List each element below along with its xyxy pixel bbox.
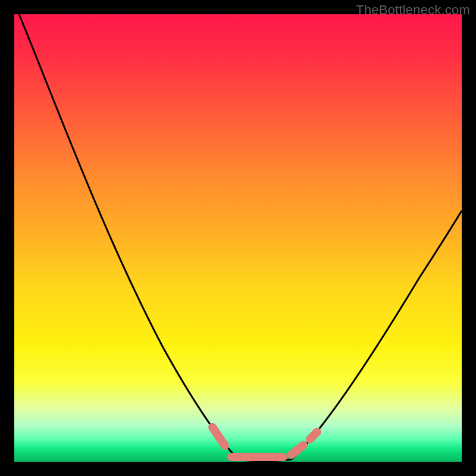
annotation-left-marker — [212, 427, 225, 446]
curve-right-ascent — [292, 211, 462, 459]
watermark-text: TheBottleneck.com — [356, 2, 470, 18]
annotation-right-marker-2 — [310, 432, 317, 439]
annotation-right-marker-1 — [292, 445, 303, 455]
chart-svg — [14, 14, 462, 462]
chart-frame — [14, 14, 462, 462]
curve-left-descent — [19, 14, 238, 459]
